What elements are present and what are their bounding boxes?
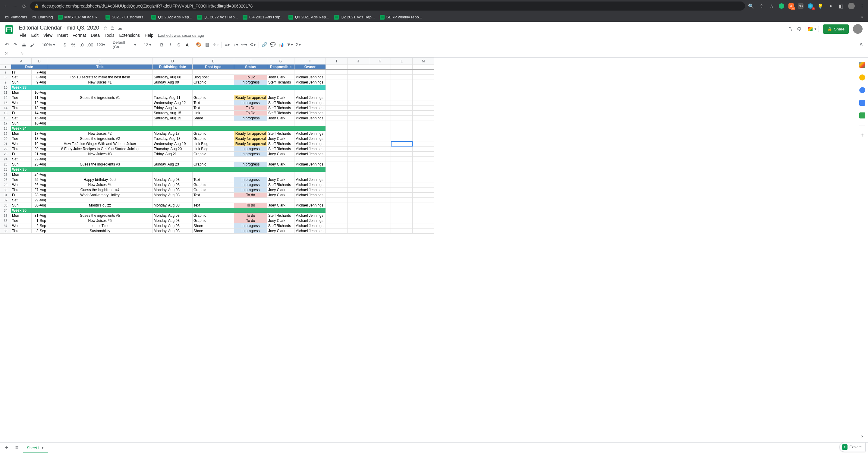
header-cell[interactable] [326,64,347,70]
cell[interactable]: Thursday, Aug 20 [153,147,193,152]
cell[interactable]: Michael Jennings [294,147,326,152]
cell[interactable]: 9-Aug [32,80,47,85]
cell[interactable]: 22-Aug [32,157,47,162]
cell[interactable]: 17-Aug [32,131,47,136]
cell[interactable]: Wed [11,141,32,147]
cell[interactable] [391,193,412,198]
row-header[interactable]: 11 [0,90,11,95]
row-header[interactable]: 30 [0,187,11,193]
cell[interactable] [326,203,347,208]
cell[interactable] [391,229,412,234]
rotate-button[interactable]: ⟲▾ [249,41,257,49]
cell[interactable] [267,121,294,126]
cell[interactable] [47,70,153,75]
cell[interactable] [47,100,153,105]
row-header[interactable]: 23 [0,152,11,157]
cell[interactable] [347,80,369,85]
cell[interactable]: Tuesday, Aug 18 [153,136,193,141]
cell[interactable] [412,80,434,85]
cell[interactable] [326,208,347,213]
cell[interactable] [326,223,347,229]
wrap-button[interactable]: ↩▾ [241,41,248,49]
cell[interactable]: To Do [234,75,267,80]
star-icon[interactable]: ☆ [103,25,107,31]
cell[interactable]: In progress [234,147,267,152]
tasks-sideicon[interactable] [859,87,865,93]
cell[interactable]: Guess the ingridients #4 [47,187,153,193]
cell[interactable]: Joey Clark [267,187,294,193]
select-all-cell[interactable] [0,58,11,64]
cell[interactable]: 28-Aug [32,193,47,198]
profile-avatar-icon[interactable] [848,3,855,9]
cell[interactable] [326,177,347,182]
cell[interactable] [47,198,153,203]
cell[interactable]: Joey Clark [267,95,294,100]
cell[interactable] [412,75,434,80]
cell[interactable]: Guess the ingredients #5 [47,213,153,218]
cell[interactable] [347,116,369,121]
cell[interactable]: Joey Clark [267,203,294,208]
cell[interactable]: Michael Jennings [294,229,326,234]
menu-tools[interactable]: Tools [102,32,117,39]
doc-title[interactable]: Editorial Calendar - mid Q3, 2020 [18,24,100,32]
row-header[interactable]: 32 [0,198,11,203]
cell[interactable] [193,172,234,177]
bookmark-item[interactable]: Q2 2022 Ads Rep... [149,13,194,21]
cell[interactable]: Michael Jennings [294,141,326,147]
cell[interactable] [347,229,369,234]
row-header[interactable]: 33 [0,203,11,208]
cell[interactable]: In progress [234,116,267,121]
cell[interactable]: Share [193,223,234,229]
cell[interactable] [369,85,391,90]
col-header-J[interactable]: J [347,58,369,64]
cell[interactable]: Tue [11,218,32,223]
cell[interactable]: Text [193,203,234,208]
cell[interactable] [347,95,369,100]
row-header[interactable]: 9 [0,80,11,85]
cell[interactable]: Monday, Aug 03 [153,223,193,229]
cell[interactable]: 8 Easy Juice Recipes to Get You Started … [47,147,153,152]
header-cell[interactable]: Responsible [267,64,294,70]
cell[interactable] [391,121,412,126]
addons-sideicon[interactable]: + [859,132,865,138]
cell[interactable] [326,126,347,131]
cell[interactable]: Monday, Aug 03 [153,187,193,193]
cell[interactable]: 24-Aug [32,172,47,177]
cell[interactable]: Text [193,177,234,182]
row-header[interactable]: 12 [0,95,11,100]
cell[interactable]: Monday, Aug 03 [153,213,193,218]
cell[interactable] [369,136,391,141]
extensions-icon[interactable]: ✦ [828,3,834,9]
cell[interactable] [369,182,391,187]
header-cell[interactable]: Date [11,64,47,70]
cell[interactable] [391,157,412,162]
cell[interactable]: 7-Aug [32,70,47,75]
cell[interactable]: Joey Clark [267,75,294,80]
cell[interactable] [369,70,391,75]
font-select[interactable]: Default (Ca... ▾ [111,40,138,49]
cell[interactable]: Graphic [193,218,234,223]
row-header[interactable]: 22 [0,147,11,152]
account-avatar[interactable] [853,24,863,34]
cell[interactable]: Michael Jennings [294,203,326,208]
cell[interactable]: Joey Clark [267,152,294,157]
cell[interactable] [326,90,347,95]
cell[interactable] [47,157,153,162]
cell[interactable]: Graphic [193,136,234,141]
cell[interactable]: Michael Jennings [294,100,326,105]
fontsize-select[interactable]: 12 ▾ [142,42,154,47]
cell[interactable] [391,162,412,167]
cell[interactable] [412,111,434,116]
cell[interactable] [267,198,294,203]
cell[interactable] [369,162,391,167]
cell[interactable] [326,147,347,152]
cell[interactable] [347,218,369,223]
cell[interactable] [412,167,434,172]
cell[interactable]: New Juices #5 [47,218,153,223]
cell[interactable]: Monday, Aug 03 [153,182,193,187]
col-header-K[interactable]: K [369,58,391,64]
cell[interactable] [294,157,326,162]
cell[interactable] [412,131,434,136]
cell[interactable] [369,152,391,157]
cell[interactable]: 25-Aug [32,177,47,182]
